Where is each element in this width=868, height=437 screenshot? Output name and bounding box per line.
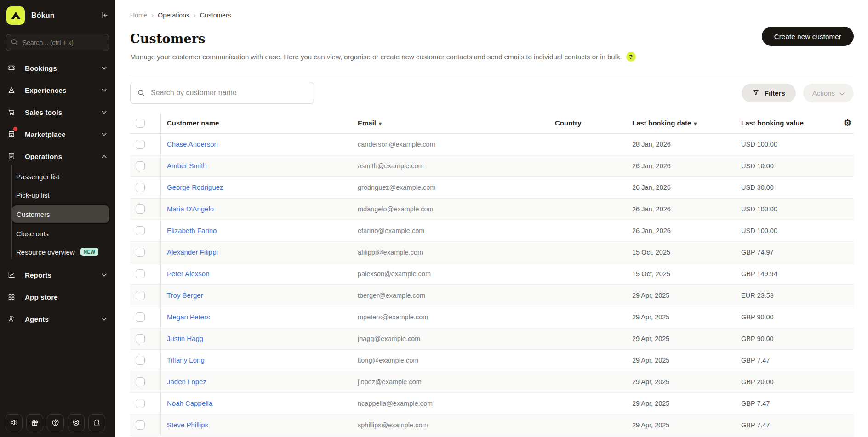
customer-name-link[interactable]: Megan Peters [167,313,210,321]
breadcrumb-home[interactable]: Home [130,11,147,19]
last-booking-value-text: GBP 90.00 [741,313,774,321]
sidebar-item-reports[interactable]: Reports [0,264,115,286]
column-header-country[interactable]: Country [549,119,625,127]
last-booking-date-text: 29 Apr, 2025 [632,400,669,407]
customer-name-link[interactable]: Peter Alexson [167,270,210,278]
sidebar-item-bookings[interactable]: Bookings [0,57,115,79]
customer-name-link[interactable]: Amber Smith [167,162,207,170]
customer-name-link[interactable]: Justin Hagg [167,335,203,342]
sidebar-subitem-label: Pick-up list [16,191,50,199]
customer-name-cell: Tiffany Long [161,356,352,364]
breadcrumb-customers[interactable]: Customers [200,11,231,19]
row-checkbox[interactable] [136,312,145,322]
row-checkbox[interactable] [136,183,145,192]
last-booking-value-text: USD 100.00 [741,227,777,234]
customer-name-link[interactable]: Tiffany Long [167,356,205,364]
sidebar-item-sales-tools[interactable]: Sales tools [0,101,115,123]
sidebar-item-app-store[interactable]: App store [0,286,115,308]
table-row: Maria D'Angelomdangelo@example.com26 Jan… [130,199,854,220]
customer-name-link[interactable]: Jaden Lopez [167,378,206,386]
email-cell: canderson@example.com [352,140,549,148]
column-header-last-booking-value[interactable]: Last booking value ⚙ [736,119,854,127]
sidebar-item-operations[interactable]: Operations [0,145,115,167]
email-cell: tberger@example.com [352,291,549,300]
row-checkbox[interactable] [136,377,145,386]
customer-name-cell: Noah Cappella [161,399,352,408]
customer-name-link[interactable]: Chase Anderson [167,140,218,148]
row-checkbox[interactable] [136,269,145,278]
row-checkbox-cell [130,177,161,198]
row-checkbox[interactable] [136,226,145,235]
customer-name-link[interactable]: Noah Cappella [167,399,212,407]
last-booking-value-cell: GBP 7.47 [736,400,854,407]
sidebar-item-customers[interactable]: Customers [11,204,110,224]
table-header-row: Customer name Email▾ Country Last bookin… [130,113,854,134]
table-row: Chase Andersoncanderson@example.com28 Ja… [130,134,854,155]
table-settings-icon[interactable]: ⚙ [844,119,851,127]
table-toolbar: Filters Actions [130,82,854,104]
sidebar-item-label: Bookings [25,64,102,72]
column-header-last-booking-date[interactable]: Last booking date▾ [625,119,736,127]
sidebar-item-passenger-list[interactable]: Passenger list [0,167,115,186]
row-checkbox[interactable] [136,420,145,430]
customer-name-link[interactable]: Alexander Filippi [167,248,218,256]
column-header-customer-name[interactable]: Customer name [161,119,352,127]
customer-name-link[interactable]: Steve Phillips [167,421,208,429]
last-booking-date-cell: 29 Apr, 2025 [625,313,736,321]
sort-descending-icon[interactable]: ▾ [379,120,382,127]
last-booking-value-cell: GBP 7.47 [736,421,854,429]
table-row: Megan Petersmpeters@example.com29 Apr, 2… [130,306,854,328]
help-button[interactable] [47,414,64,431]
customer-name-link[interactable]: Troy Berger [167,291,203,299]
sidebar-footer [6,414,105,431]
sidebar-item-experiences[interactable]: Experiences [0,79,115,101]
customer-search-input[interactable] [130,82,314,104]
settings-button[interactable] [68,414,85,431]
table-row: Peter Alexsonpalexson@example.com15 Oct,… [130,263,854,285]
customer-name-cell: Maria D'Angelo [161,205,352,213]
customer-name-link[interactable]: Elizabeth Farino [167,227,217,234]
sidebar-item-resource-overview[interactable]: Resource overviewNEW [0,243,115,261]
chart-icon [7,271,16,279]
sidebar-item-agents[interactable]: Agents [0,308,115,330]
row-checkbox[interactable] [136,334,145,343]
cart-icon [7,108,16,116]
email-text: palexson@example.com [358,270,431,278]
header-divider [130,74,854,74]
row-checkbox[interactable] [136,356,145,365]
email-text: jlopez@example.com [358,378,422,386]
global-search-input[interactable] [6,34,109,51]
bell-button[interactable] [88,414,105,431]
filters-button[interactable]: Filters [742,84,796,102]
table-row: Amber Smithasmith@example.com26 Jan, 202… [130,155,854,177]
email-text: sphillips@example.com [358,421,428,429]
help-icon[interactable]: ? [626,52,636,62]
create-new-customer-button[interactable]: Create new customer [762,27,854,46]
row-checkbox[interactable] [136,248,145,257]
gift-button[interactable] [26,414,43,431]
sidebar: Bókun BookingsExperiencesSales toolsMark… [0,0,115,437]
sort-descending-icon[interactable]: ▾ [694,120,697,127]
sidebar-item-close-outs[interactable]: Close outs [0,224,115,243]
row-checkbox-cell [130,306,161,328]
customer-name-link[interactable]: George Rodriguez [167,183,223,191]
collapse-sidebar-icon[interactable] [100,11,108,19]
row-checkbox[interactable] [136,140,145,149]
row-checkbox[interactable] [136,399,145,408]
ticket-icon [7,64,16,72]
search-icon [11,38,18,48]
row-checkbox[interactable] [136,291,145,300]
sidebar-item-pick-up-list[interactable]: Pick-up list [0,186,115,204]
customer-name-link[interactable]: Maria D'Angelo [167,205,214,213]
sidebar-item-marketplace[interactable]: Marketplace [0,123,115,145]
customer-name-cell: Chase Anderson [161,140,352,148]
row-checkbox[interactable] [136,204,145,214]
last-booking-value-text: EUR 23.53 [741,292,774,299]
breadcrumb-operations[interactable]: Operations [158,11,189,19]
megaphone-button[interactable] [6,414,23,431]
actions-button[interactable]: Actions [803,84,854,102]
last-booking-date-text: 26 Jan, 2026 [632,205,671,213]
row-checkbox[interactable] [136,161,145,170]
select-all-checkbox[interactable] [136,119,145,128]
column-header-email[interactable]: Email▾ [352,119,549,127]
